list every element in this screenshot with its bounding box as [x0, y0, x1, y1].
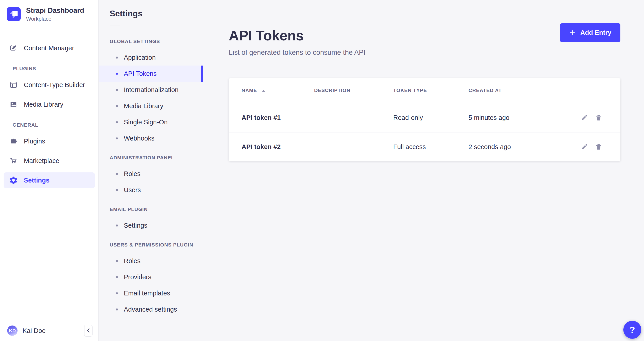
subnav-item-label: Users — [124, 186, 141, 194]
chevron-left-icon — [86, 327, 91, 335]
subnav-item-roles[interactable]: Roles — [99, 166, 203, 182]
subnav-section-email-plugin: EMAIL PLUGIN — [110, 207, 203, 212]
subnav-item-application[interactable]: Application — [99, 49, 203, 65]
strapi-admin-app: Strapi Dashboard Workplace Content Manag… — [0, 0, 644, 341]
subnav-item-label: Providers — [124, 274, 152, 281]
question-mark-icon: ? — [630, 325, 635, 335]
nav-item-label: Content-Type Builder — [24, 81, 85, 89]
bullet-icon — [116, 189, 118, 191]
nav-item-settings[interactable]: Settings — [4, 172, 95, 188]
edit-token-button[interactable] — [580, 143, 588, 151]
nav-section-label-plugins: PLUGINS — [12, 66, 95, 72]
nav-item-label: Settings — [24, 177, 50, 184]
subnav-item-webhooks[interactable]: Webhooks — [99, 130, 203, 146]
bullet-icon — [116, 105, 118, 107]
subnav-item-label: Internationalization — [124, 86, 178, 94]
bullet-icon — [116, 121, 118, 123]
token-created-at-cell: 5 minutes ago — [468, 114, 567, 121]
brand-text: Strapi Dashboard Workplace — [26, 6, 84, 22]
column-header-description: DESCRIPTION — [314, 87, 393, 93]
page-subtitle: List of generated tokens to consume the … — [229, 48, 365, 56]
nav-item-content-manager[interactable]: Content Manager — [4, 40, 95, 56]
nav-item-label: Plugins — [24, 138, 45, 145]
subnav-item-media-library[interactable]: Media Library — [99, 98, 203, 114]
subnav-section-global-settings: GLOBAL SETTINGS — [110, 39, 203, 44]
bullet-icon — [116, 225, 118, 227]
trash-icon — [595, 114, 603, 121]
add-entry-button[interactable]: Add Entry — [560, 23, 620, 42]
subnav-item-advanced-settings[interactable]: Advanced settings — [99, 301, 203, 318]
subnav-item-providers[interactable]: Providers — [99, 269, 203, 285]
page-header: API Tokens List of generated tokens to c… — [229, 23, 620, 56]
subnav-item-email-settings[interactable]: Settings — [99, 217, 203, 234]
nav-item-label: Media Library — [24, 101, 63, 108]
main-content: API Tokens List of generated tokens to c… — [203, 0, 644, 341]
subnav-item-internationalization[interactable]: Internationalization — [99, 82, 203, 98]
token-name-cell: API token #2 — [242, 143, 314, 151]
main-nav-list: Content Manager PLUGINS Content-Type Bui… — [0, 30, 98, 320]
table-row-api-token-1[interactable]: API token #1 Read-only 5 minutes ago — [229, 103, 620, 132]
subnav-item-label: Email templates — [124, 290, 170, 297]
bullet-icon — [116, 292, 118, 294]
bullet-icon — [116, 89, 118, 91]
subnav-item-label: Settings — [124, 222, 148, 229]
nav-item-media-library[interactable]: Media Library — [4, 96, 95, 112]
token-type-cell: Read-only — [393, 114, 468, 121]
main-sidebar: Strapi Dashboard Workplace Content Manag… — [0, 0, 99, 341]
avatar-initials: KD — [9, 328, 16, 333]
edit-token-button[interactable] — [580, 114, 588, 122]
strapi-logo-icon — [7, 7, 21, 21]
table-header-row: NAME DESCRIPTION TOKEN TYPE CREATED AT — [229, 78, 620, 103]
divider — [110, 25, 120, 26]
page-title-block: API Tokens List of generated tokens to c… — [229, 23, 365, 56]
subnav-item-email-templates[interactable]: Email templates — [99, 285, 203, 301]
bullet-icon — [116, 137, 118, 139]
bullet-icon — [116, 173, 118, 175]
subnav-item-label: Roles — [124, 257, 140, 265]
add-entry-label: Add Entry — [580, 29, 612, 36]
subnav-item-users[interactable]: Users — [99, 182, 203, 198]
subnav-item-label: Media Library — [124, 102, 163, 110]
subnav-item-single-sign-on[interactable]: Single Sign-On — [99, 114, 203, 130]
user-avatar[interactable]: KD — [7, 326, 18, 336]
collapse-sidebar-button[interactable] — [84, 325, 92, 337]
subnav-item-label: Application — [124, 54, 156, 61]
page-title: API Tokens — [229, 27, 365, 43]
subnav-item-up-roles[interactable]: Roles — [99, 253, 203, 269]
layout-grid-icon — [9, 80, 18, 89]
nav-item-plugins[interactable]: Plugins — [4, 133, 95, 149]
subnav-item-label: API Tokens — [124, 70, 156, 77]
row-actions — [567, 114, 603, 122]
puzzle-piece-icon — [9, 137, 18, 146]
pencil-icon — [580, 143, 588, 151]
bullet-icon — [116, 73, 118, 75]
token-type-cell: Full access — [393, 143, 468, 151]
subnav-item-label: Webhooks — [124, 135, 154, 142]
token-created-at-cell: 2 seconds ago — [468, 143, 567, 151]
bullet-icon — [116, 276, 118, 278]
token-name-cell: API token #1 — [242, 114, 314, 121]
column-header-name[interactable]: NAME — [242, 87, 314, 93]
nav-item-label: Content Manager — [24, 44, 74, 52]
nav-item-content-type-builder[interactable]: Content-Type Builder — [4, 77, 95, 93]
sidebar-footer: KD Kai Doe — [0, 320, 98, 341]
shopping-cart-icon — [9, 156, 18, 165]
help-button[interactable]: ? — [623, 321, 641, 339]
subnav-section-users-permissions-plugin: USERS & PERMISSIONS PLUGIN — [110, 242, 203, 248]
bullet-icon — [116, 309, 118, 311]
workspace-brand[interactable]: Strapi Dashboard Workplace — [0, 0, 98, 30]
bullet-icon — [116, 260, 118, 262]
subnav-item-api-tokens[interactable]: API Tokens — [99, 65, 203, 82]
delete-token-button[interactable] — [595, 114, 603, 122]
nav-item-marketplace[interactable]: Marketplace — [4, 153, 95, 169]
nav-item-label: Marketplace — [24, 157, 59, 165]
subnav-item-label: Single Sign-On — [124, 118, 168, 126]
table-row-api-token-2[interactable]: API token #2 Full access 2 seconds ago — [229, 132, 620, 161]
delete-token-button[interactable] — [595, 143, 603, 151]
trash-icon — [595, 143, 603, 151]
pencil-icon — [580, 114, 588, 121]
column-header-label: NAME — [242, 87, 257, 93]
brand-title: Strapi Dashboard — [26, 6, 84, 14]
subnav-item-label: Roles — [124, 170, 140, 178]
brand-subtitle: Workplace — [26, 16, 84, 22]
